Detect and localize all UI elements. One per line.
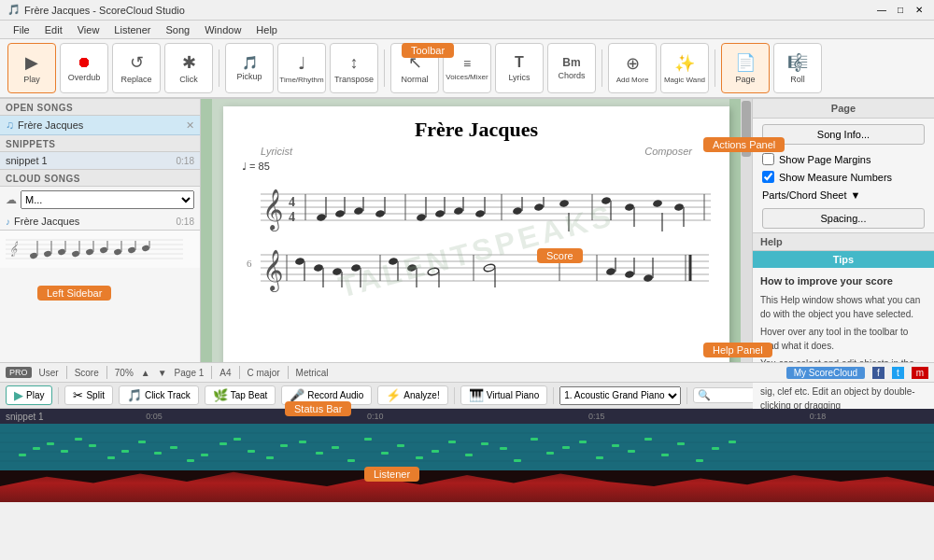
svg-rect-155 [612, 444, 619, 447]
close-btn[interactable]: ✕ [912, 3, 927, 18]
play-button[interactable]: ▶ Play [7, 43, 56, 93]
svg-point-35 [334, 209, 345, 217]
facebook-icon[interactable]: f [872, 367, 884, 379]
click-button[interactable]: ✱ Click [164, 43, 213, 93]
spacing-button[interactable]: Spacing... [762, 208, 925, 229]
time-rhythm-icon: ♩ [298, 53, 305, 74]
twitter-icon[interactable]: t [892, 367, 904, 379]
parts-chord-dropdown[interactable]: Parts/Chord Sheet ▼ [753, 186, 934, 204]
overdub-button[interactable]: ⏺ Overdub [60, 43, 108, 93]
measure-numbers-check[interactable] [762, 171, 774, 183]
dropdown-arrow-icon: ▼ [851, 189, 861, 201]
song-info-button[interactable]: Song Info... [762, 124, 925, 145]
music-preview-svg: 𝄞 [6, 234, 183, 262]
toolbar-separator-1 [219, 49, 219, 87]
svg-rect-124 [107, 456, 115, 459]
svg-point-16 [99, 246, 107, 254]
svg-rect-133 [248, 450, 255, 453]
svg-text:𝄞: 𝄞 [262, 249, 283, 292]
song-close-button[interactable]: ✕ [186, 119, 194, 132]
window-controls[interactable]: — □ ✕ [874, 3, 927, 18]
svg-point-48 [474, 209, 485, 217]
virtual-piano-button[interactable]: 🎹 Virtual Piano [460, 385, 548, 405]
transport-play-label: Play [26, 390, 44, 400]
user-label: User [39, 368, 59, 378]
instrument-select[interactable]: 1. Acoustic Grand Piano [559, 386, 681, 405]
cloud-song-item[interactable]: ♪ Frère Jacques 0:18 [0, 213, 200, 231]
transport-sep-1 [58, 387, 59, 404]
menu-view[interactable]: View [70, 22, 107, 37]
score-right-margin [729, 99, 741, 362]
svg-rect-145 [448, 441, 456, 443]
page-label: Page 1 [175, 368, 205, 378]
svg-point-107 [624, 270, 634, 278]
magic-wand-button[interactable]: ✨ Magic Wand [660, 43, 709, 93]
cloud-badge[interactable]: My ScoreCloud [786, 367, 865, 379]
roll-button[interactable]: 🎼 Roll [773, 43, 822, 93]
svg-rect-136 [299, 441, 306, 443]
analyze-button[interactable]: ⚡ Analyze! [377, 385, 447, 405]
page-margins-check[interactable] [762, 153, 774, 165]
score-area[interactable]: TALENTSPEAKS Frère Jacques Lyricist Comp… [201, 99, 752, 362]
svg-text:6: 6 [247, 258, 252, 269]
transpose-button[interactable]: ↕ Transpose [330, 43, 378, 93]
menu-listener[interactable]: Listener [106, 22, 158, 37]
right-panel: Page Song Info... Show Page Margins Show… [752, 99, 934, 362]
svg-point-64 [673, 203, 684, 211]
zoom-down-icon[interactable]: ▼ [158, 368, 167, 378]
magic-wand-icon: ✨ [674, 53, 695, 74]
help-text-2: Hover over any tool in the toolbar to re… [760, 325, 927, 353]
tap-beat-icon: 🌿 [213, 388, 228, 402]
svg-rect-146 [465, 454, 473, 456]
pickup-button[interactable]: 🎵 Pickup [225, 43, 274, 93]
replace-button[interactable]: ↺ Replace [112, 43, 161, 93]
score-scrollbar[interactable] [741, 99, 752, 362]
cloud-select[interactable]: M... My Songs [21, 190, 194, 209]
mode-label: Score [75, 368, 99, 378]
add-more-button[interactable]: ⊕ Add More [608, 43, 657, 93]
pro-tag: PRO [6, 367, 32, 378]
svg-rect-154 [596, 456, 603, 459]
song-item[interactable]: ♫ Frère Jacques ✕ [0, 116, 200, 135]
transport-play-button[interactable]: ▶ Play [6, 385, 52, 405]
zoom-up-icon[interactable]: ▲ [141, 368, 150, 378]
maximize-btn[interactable]: □ [893, 3, 908, 18]
tap-beat-button[interactable]: 🌿 Tap Beat [205, 385, 276, 405]
cloud-song-time: 0:18 [177, 217, 194, 227]
voices-mixer-button[interactable]: ≡ Voices/Mixer [443, 43, 491, 93]
time-rhythm-button[interactable]: ♩ Time/Rhythm [277, 43, 326, 93]
normal-button[interactable]: ↖ Normal [390, 43, 439, 93]
menu-file[interactable]: File [6, 22, 37, 37]
click-track-button[interactable]: 🎵 Click Track [119, 385, 199, 405]
key-label: C major [248, 368, 280, 378]
time-marker-1: 0:05 [146, 412, 163, 421]
chords-button[interactable]: Bm Chords [547, 43, 596, 93]
show-measure-numbers-checkbox[interactable]: Show Measure Numbers [753, 168, 934, 186]
transport-play-icon: ▶ [14, 388, 23, 402]
record-audio-button[interactable]: 🎤 Record Audio [281, 385, 372, 405]
score-staff-2: 6 𝄞 [223, 237, 729, 298]
score-scroll-thumb[interactable] [742, 101, 751, 157]
transport-sep-3 [553, 387, 554, 404]
snippet-item[interactable]: snippet 1 0:18 [0, 152, 200, 170]
time-marker-4: 0:18 [810, 412, 827, 421]
split-button[interactable]: ✂ Split [64, 385, 112, 405]
menu-help[interactable]: Help [248, 22, 285, 37]
help-title: How to improve your score [760, 273, 927, 289]
menu-edit[interactable]: Edit [37, 22, 70, 37]
menu-song[interactable]: Song [159, 22, 198, 37]
svg-rect-140 [364, 438, 372, 441]
lyrics-button[interactable]: T Lyrics [495, 43, 544, 93]
main-area: OPEN SONGS ♫ Frère Jacques ✕ SNIPPETS sn… [0, 99, 934, 362]
click-track-icon: 🎵 [127, 388, 142, 402]
mail-icon[interactable]: m [912, 367, 928, 379]
svg-rect-138 [332, 446, 339, 449]
toolbar-separator-2 [384, 49, 385, 87]
piano-roll[interactable] [0, 424, 934, 470]
staff-svg-1: 𝄞 4 4 [242, 180, 711, 231]
page-button[interactable]: 📄 Page [721, 43, 770, 93]
help-content: How to improve your score This Help wind… [753, 268, 934, 418]
menu-window[interactable]: Window [197, 22, 248, 37]
show-page-margins-checkbox[interactable]: Show Page Margins [753, 150, 934, 168]
minimize-btn[interactable]: — [874, 3, 889, 18]
